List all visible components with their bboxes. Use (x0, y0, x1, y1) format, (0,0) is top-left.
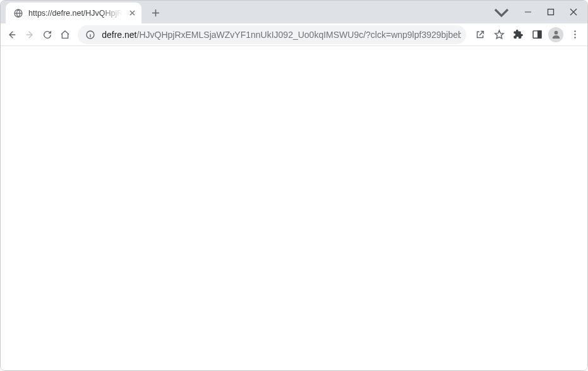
globe-icon (13, 8, 23, 18)
url-text: defre.net/HJvQHpjRxEMLSjaWZvYF1nnUkIJ092… (102, 30, 461, 40)
site-info-icon[interactable] (85, 30, 95, 40)
window-controls (493, 1, 585, 23)
tab-active[interactable]: https://defre.net/HJvQHpjRxEMLSjaWZvYF1n… (6, 3, 141, 23)
back-button[interactable] (4, 26, 20, 44)
side-panel-button[interactable] (528, 26, 546, 44)
svg-rect-1 (548, 9, 554, 15)
forward-button[interactable] (22, 26, 37, 44)
browser-window: https://defre.net/HJvQHpjRxEMLSjaWZvYF1n… (0, 0, 588, 371)
url-path: /HJvQHpjRxEMLSjaWZvYF1nnUkIJ092_Uo0kqIMS… (137, 30, 461, 40)
tab-close-button[interactable] (129, 8, 135, 18)
tab-search-button[interactable] (493, 3, 510, 21)
window-maximize-button[interactable] (539, 3, 562, 21)
url-domain: defre.net (102, 30, 136, 40)
svg-point-5 (554, 31, 558, 35)
bookmark-button[interactable] (490, 26, 508, 44)
tab-title: https://defre.net/HJvQHpjRxEMLSjaWZvYF1n… (28, 9, 124, 18)
new-tab-button[interactable] (147, 4, 164, 21)
svg-rect-4 (537, 31, 541, 38)
window-minimize-button[interactable] (517, 3, 539, 21)
window-close-button[interactable] (562, 3, 585, 21)
svg-point-6 (574, 30, 575, 32)
reload-button[interactable] (40, 26, 55, 44)
home-button[interactable] (57, 26, 73, 44)
svg-point-7 (574, 33, 575, 35)
profile-button[interactable] (547, 26, 565, 44)
toolbar: defre.net/HJvQHpjRxEMLSjaWZvYF1nnUkIJ092… (1, 23, 587, 46)
share-button[interactable] (471, 26, 489, 44)
address-bar[interactable]: defre.net/HJvQHpjRxEMLSjaWZvYF1nnUkIJ092… (78, 25, 466, 44)
page-content (1, 46, 587, 370)
menu-button[interactable] (566, 26, 584, 44)
toolbar-right (471, 26, 584, 44)
tab-strip: https://defre.net/HJvQHpjRxEMLSjaWZvYF1n… (1, 1, 587, 23)
svg-point-8 (574, 37, 575, 38)
extensions-button[interactable] (509, 26, 527, 44)
avatar-icon (548, 27, 563, 42)
